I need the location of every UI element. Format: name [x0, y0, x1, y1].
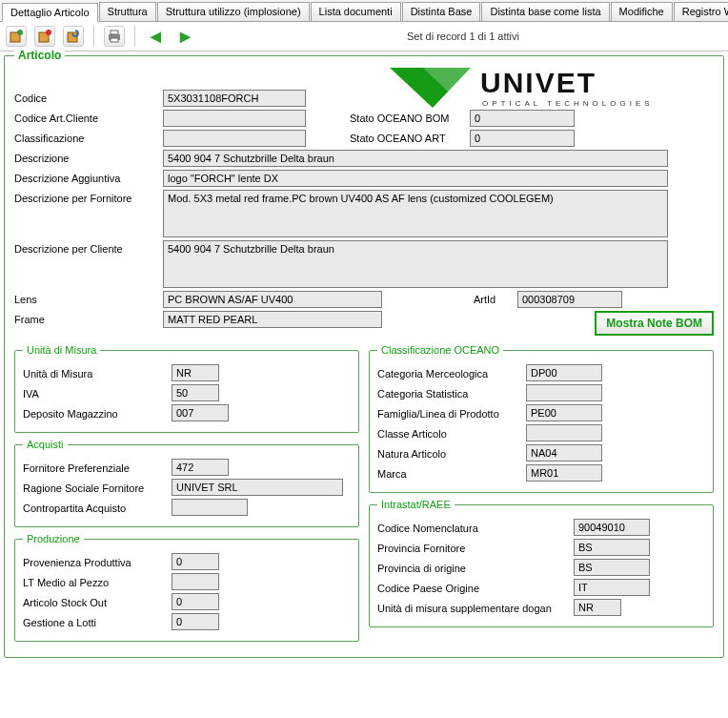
label-famiglia: Famiglia/Linea di Prodotto	[377, 406, 520, 420]
svg-text:UNIVET: UNIVET	[480, 67, 597, 98]
class-oceano-group: Classificazione OCEANO Categoria Merceol…	[369, 344, 714, 493]
print-icon[interactable]	[104, 26, 125, 47]
cat-stat-field[interactable]	[526, 384, 602, 401]
label-classe-art: Classe Articolo	[377, 426, 520, 440]
label-stato-art: Stato OCEANO ART	[350, 133, 464, 144]
intrastat-group: Intrastat/RAEE Codice Nomenclatura Provi…	[369, 499, 714, 627]
natura-field[interactable]	[526, 444, 602, 462]
produzione-group: Produzione Provenienza Produttiva LT Med…	[14, 533, 359, 642]
cod-nomenclatura-field[interactable]	[574, 519, 650, 536]
stato-art-field[interactable]	[470, 130, 575, 147]
svg-point-3	[46, 30, 51, 35]
paese-origine-field[interactable]	[574, 579, 650, 596]
label-fornitore-pref: Fornitore Preferenziale	[23, 461, 166, 474]
tab-struttura[interactable]: Struttura	[99, 2, 156, 21]
classificazione-field[interactable]	[163, 130, 306, 147]
label-lt-medio: LT Medio al Pezzo	[23, 575, 166, 588]
svg-text:OPTICAL  TECHNOLOGIES: OPTICAL TECHNOLOGIES	[482, 99, 654, 108]
unita-misura-group: Unità di Misura Unità di Misura IVA Depo…	[14, 344, 359, 433]
fornitore-pref-field[interactable]	[172, 459, 229, 476]
tool-refresh-icon[interactable]	[63, 26, 84, 47]
codice-art-cliente-field[interactable]	[163, 110, 306, 127]
tool-add-icon[interactable]	[6, 26, 27, 47]
tool-add2-icon[interactable]	[34, 26, 55, 47]
lt-medio-field[interactable]	[172, 573, 219, 590]
iva-field[interactable]	[172, 384, 219, 401]
toolbar: ◀ ▶ Set di record 1 di 1 attivi	[0, 22, 728, 51]
artid-field[interactable]	[517, 291, 622, 308]
tab-struttura-utilizzo[interactable]: Struttura utilizzo (implosione)	[157, 2, 310, 21]
label-contropartita: Contropartita Acquisto	[23, 501, 166, 514]
toolbar-separator	[93, 26, 94, 47]
label-stock-out: Articolo Stock Out	[23, 595, 166, 608]
descr-fornitore-field[interactable]	[163, 190, 668, 237]
prev-record-icon[interactable]: ◀	[145, 27, 167, 46]
label-gestione-lotti: Gestione a Lotti	[23, 615, 166, 628]
label-classificazione: Classificazione	[14, 130, 157, 144]
label-codice-art-cliente: Codice Art.Cliente	[14, 110, 157, 124]
articolo-legend: Articolo	[14, 49, 65, 62]
tab-dettaglio-articolo[interactable]: Dettaglio Articolo	[2, 3, 98, 22]
label-cod-nomenclatura: Codice Nomenclatura	[377, 521, 568, 534]
unita-misura-legend: Unità di Misura	[23, 344, 100, 356]
svg-rect-6	[111, 31, 118, 34]
label-lens: Lens	[14, 291, 157, 305]
tab-distinta-base-lista[interactable]: Distinta base come lista	[481, 2, 609, 21]
label-codice: Codice	[14, 90, 157, 104]
descr-agg-field[interactable]	[163, 170, 668, 187]
articolo-panel: Articolo UNIVET OPTICAL TECHNOLOGIES Cod…	[4, 55, 724, 658]
label-descr-aggiuntiva: Descrizione Aggiuntiva	[14, 170, 157, 184]
label-prov-origine: Provincia di origine	[377, 561, 568, 574]
prov-fornitore-field[interactable]	[574, 539, 650, 556]
frame-field[interactable]	[163, 311, 382, 328]
provenienza-field[interactable]	[172, 553, 219, 570]
label-deposito: Deposito Magazzino	[23, 406, 166, 420]
classe-art-field[interactable]	[526, 424, 602, 441]
produzione-legend: Produzione	[23, 533, 84, 544]
mostra-note-bom-button[interactable]: Mostra Note BOM	[595, 311, 714, 336]
tab-bar: Dettaglio Articolo Struttura Struttura u…	[0, 0, 728, 22]
next-record-icon[interactable]: ▶	[174, 27, 196, 46]
toolbar-separator	[134, 26, 135, 47]
descrizione-field[interactable]	[163, 150, 668, 167]
codice-field[interactable]	[163, 90, 306, 107]
descr-cliente-field[interactable]	[163, 240, 668, 288]
gestione-lotti-field[interactable]	[172, 613, 219, 630]
logo-univet: UNIVET OPTICAL TECHNOLOGIES	[390, 62, 714, 115]
class-oceano-legend: Classificazione OCEANO	[377, 344, 503, 356]
ragione-sociale-field[interactable]	[172, 479, 343, 496]
cat-merc-field[interactable]	[526, 364, 602, 381]
marca-field[interactable]	[526, 464, 602, 482]
contropartita-field[interactable]	[172, 499, 248, 516]
label-frame: Frame	[14, 311, 157, 325]
um-supplementare-field[interactable]	[574, 599, 621, 616]
tab-registro-workflow[interactable]: Registro Workflow	[674, 2, 728, 21]
label-cat-merc: Categoria Merceologica	[377, 366, 520, 380]
tab-distinta-base[interactable]: Distinta Base	[402, 2, 481, 21]
intrastat-legend: Intrastat/RAEE	[377, 499, 455, 510]
acquisti-legend: Acquisti	[23, 439, 68, 450]
record-status: Set di record 1 di 1 attivi	[204, 31, 722, 42]
label-iva: IVA	[23, 386, 166, 400]
label-um-supplementare: Unità di misura supplementare dogan	[377, 601, 568, 614]
stock-out-field[interactable]	[172, 593, 219, 610]
tab-lista-documenti[interactable]: Lista documenti	[311, 2, 401, 21]
label-descrizione: Descrizione	[14, 150, 157, 164]
label-descr-fornitore: Descrizione per Fornitore	[14, 190, 157, 204]
label-prov-fornitore: Provincia Fornitore	[377, 541, 568, 554]
label-artid: ArtId	[474, 294, 512, 305]
famiglia-field[interactable]	[526, 404, 602, 421]
label-descr-cliente: Descrizione per Cliente	[14, 240, 157, 255]
lens-field[interactable]	[163, 291, 382, 308]
label-cat-stat: Categoria Statistica	[377, 386, 520, 400]
label-marca: Marca	[377, 466, 520, 480]
label-provenienza: Provenienza Produttiva	[23, 555, 166, 568]
um-field[interactable]	[172, 364, 219, 381]
prov-origine-field[interactable]	[574, 559, 650, 576]
acquisti-group: Acquisti Fornitore Preferenziale Ragione…	[14, 439, 359, 527]
label-um: Unità di Misura	[23, 366, 166, 380]
deposito-field[interactable]	[172, 404, 229, 421]
svg-point-1	[17, 30, 23, 35]
tab-modifiche[interactable]: Modifiche	[611, 2, 673, 21]
label-ragione-sociale: Ragione Sociale Fornitore	[23, 481, 166, 494]
